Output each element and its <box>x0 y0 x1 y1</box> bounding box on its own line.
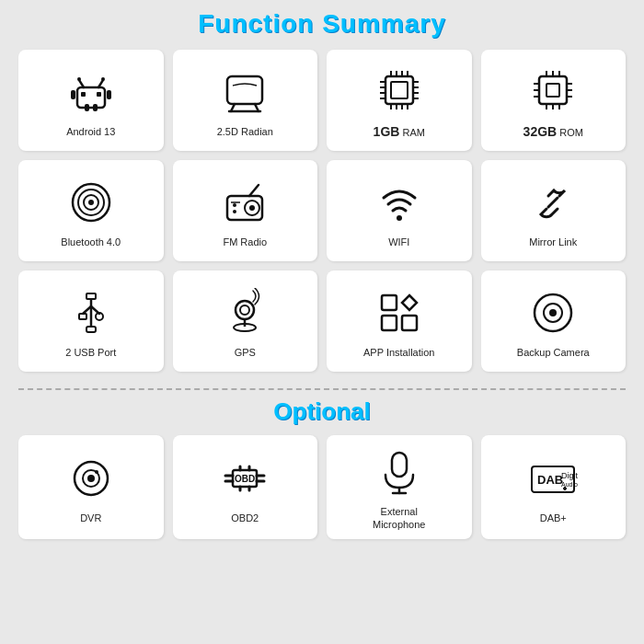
card-mic: ExternalMicrophone <box>327 435 472 539</box>
svg-point-52 <box>249 205 255 211</box>
svg-point-66 <box>236 301 254 319</box>
svg-point-76 <box>549 309 557 316</box>
ram-icon <box>372 63 427 118</box>
bluetooth-icon <box>63 175 119 230</box>
page: Function Summary <box>0 0 644 644</box>
svg-rect-11 <box>227 76 262 104</box>
function-grid: Android 13 2.5D Radian <box>18 50 626 372</box>
mic-icon <box>372 444 427 500</box>
svg-rect-71 <box>382 316 397 330</box>
svg-rect-70 <box>382 295 397 310</box>
card-usb: 2 USB Port <box>18 270 164 372</box>
optional-title: Optional <box>273 397 370 426</box>
card-app: APP Installation <box>327 270 472 372</box>
rom-icon <box>525 63 581 118</box>
gps-icon <box>217 285 272 340</box>
svg-rect-9 <box>71 90 75 99</box>
fm-label: FM Radio <box>223 236 267 248</box>
svg-point-56 <box>397 215 402 221</box>
app-icon <box>372 285 427 340</box>
svg-text:OBD: OBD <box>235 474 255 484</box>
card-obd2: OBD OBD2 <box>173 435 318 539</box>
card-wifi: WIFI <box>327 160 472 261</box>
backup-icon <box>525 285 581 340</box>
wifi-label: WIFI <box>388 236 409 248</box>
svg-rect-32 <box>546 84 559 97</box>
radian-label: 2.5D Radian <box>217 125 273 138</box>
card-dvr: DVR <box>18 435 164 539</box>
svg-point-6 <box>101 77 105 81</box>
svg-text:Audio: Audio <box>561 481 578 488</box>
svg-line-57 <box>548 198 558 207</box>
svg-rect-10 <box>107 90 111 99</box>
radian-icon <box>217 64 272 120</box>
svg-rect-2 <box>97 92 101 97</box>
obd2-label: OBD2 <box>231 512 259 524</box>
svg-rect-58 <box>86 293 96 299</box>
dvr-icon <box>63 451 119 506</box>
backup-label: Backup Camera <box>517 346 590 359</box>
svg-rect-72 <box>402 316 417 330</box>
card-fm: FM Radio <box>173 160 318 261</box>
ram-label: 1GB RAM <box>374 123 425 140</box>
svg-point-54 <box>233 210 236 213</box>
card-bluetooth: Bluetooth 4.0 <box>18 160 164 261</box>
android-icon <box>63 64 119 120</box>
obd2-icon: OBD <box>217 451 272 506</box>
svg-rect-13 <box>385 76 413 104</box>
svg-rect-14 <box>391 82 408 98</box>
gps-label: GPS <box>235 346 256 359</box>
mic-label: ExternalMicrophone <box>373 505 425 532</box>
svg-rect-62 <box>79 314 86 319</box>
svg-rect-31 <box>539 76 567 104</box>
rom-label: 32GB ROM <box>523 123 583 140</box>
svg-line-50 <box>249 185 259 196</box>
dvr-label: DVR <box>80 512 101 524</box>
fm-icon <box>217 175 272 230</box>
usb-label: 2 USB Port <box>65 346 116 359</box>
card-dab: DAB Digital Audio DAB+ <box>481 435 627 539</box>
svg-line-60 <box>83 306 91 314</box>
android-label: Android 13 <box>66 125 115 138</box>
card-gps: GPS <box>173 270 318 372</box>
svg-rect-1 <box>81 92 86 97</box>
app-label: APP Installation <box>363 346 434 359</box>
wifi-icon <box>372 175 427 230</box>
svg-rect-0 <box>77 87 105 108</box>
section-title: Function Summary <box>198 9 446 39</box>
card-android: Android 13 <box>18 50 164 151</box>
svg-point-48 <box>88 200 94 205</box>
card-mirror: Mirror Link <box>481 160 627 261</box>
card-ram: 1GB RAM <box>327 50 472 151</box>
dab-icon: DAB Digital Audio <box>525 451 581 506</box>
svg-point-80 <box>95 470 98 474</box>
section-divider <box>18 388 626 390</box>
card-backup: Backup Camera <box>481 270 627 372</box>
svg-rect-91 <box>392 453 407 477</box>
svg-text:Digital: Digital <box>561 471 578 480</box>
svg-rect-65 <box>86 327 96 332</box>
svg-text:DAB: DAB <box>537 473 563 487</box>
svg-point-67 <box>240 305 249 315</box>
bluetooth-label: Bluetooth 4.0 <box>61 236 121 248</box>
svg-rect-7 <box>85 104 89 111</box>
mirror-icon <box>525 175 581 230</box>
svg-point-53 <box>233 203 236 207</box>
optional-grid: DVR OBD <box>18 435 626 539</box>
card-radian: 2.5D Radian <box>173 50 318 151</box>
card-rom: 32GB ROM <box>481 50 627 151</box>
svg-point-79 <box>87 475 95 482</box>
svg-rect-8 <box>93 104 98 111</box>
svg-marker-73 <box>402 295 417 310</box>
mirror-label: Mirror Link <box>529 236 577 248</box>
dab-label: DAB+ <box>540 512 567 524</box>
usb-icon <box>63 285 119 340</box>
svg-point-5 <box>77 77 81 81</box>
